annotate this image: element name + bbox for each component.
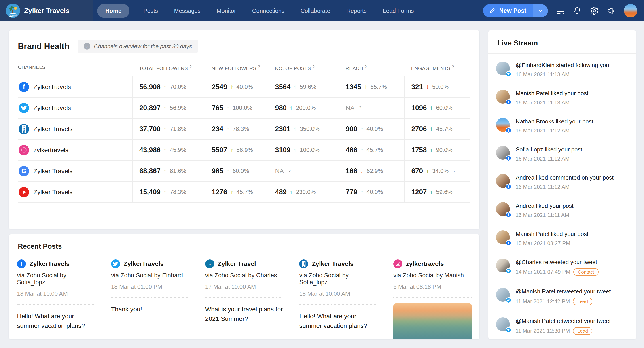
stream-avatar-wrap: f (496, 174, 510, 188)
network-badge (506, 327, 512, 333)
nav-item-lead-forms[interactable]: Lead Forms (380, 4, 416, 18)
live-stream-item[interactable]: fManish Patel liked your post15 Mar 2021… (496, 224, 628, 252)
metric-value: 900 (346, 125, 357, 133)
metric-cell: 985↑60.0% (205, 160, 268, 182)
stream-text: Manish Patel liked your post (516, 230, 588, 238)
recent-post-card[interactable]: zylkertravelsvia Zoho Social by Manish5 … (385, 258, 480, 339)
crm-badge: Contact (573, 268, 598, 276)
stream-avatar-wrap (496, 288, 510, 302)
metric-cell: 3109↑100.0% (268, 140, 339, 160)
recent-post-card[interactable]: ZylkerTravelsvia Zoho Social by Einhard1… (103, 258, 197, 339)
stream-item-body: Manish Patel liked your post15 Mar 2021 … (516, 230, 588, 246)
help-icon[interactable]: ? (452, 64, 454, 69)
crm-badge: Lead (573, 327, 592, 335)
notifications-bell-icon[interactable] (573, 6, 582, 15)
channel-cell[interactable]: Zylker Travels (18, 182, 132, 202)
post-via: via Zoho Social by Charles (205, 272, 284, 279)
channel-cell[interactable]: fZylkerTravels (18, 76, 132, 97)
trend-up-icon: ↑ (164, 84, 167, 90)
table-body: fZylkerTravels56,908↑70.0%2549↑40.0%3564… (18, 76, 470, 203)
nav-item-connections[interactable]: Connections (250, 4, 287, 18)
brand-health-subtitle: Channels overview for the past 30 days (94, 43, 192, 50)
metric-change: 100.0% (300, 146, 320, 154)
stream-avatar-wrap (496, 62, 510, 75)
nav-item-home[interactable]: Home (97, 4, 130, 18)
stream-text: Andrea liked commented on your post (516, 174, 614, 182)
twitter-icon (506, 298, 512, 303)
channel-cell[interactable]: zylkertravels (18, 140, 132, 160)
trend-up-icon: ↑ (430, 104, 433, 112)
nav-item-reports[interactable]: Reports (344, 4, 369, 18)
help-icon[interactable]: ? (258, 64, 260, 69)
facebook-icon: f (506, 99, 512, 105)
help-icon[interactable]: ? (359, 106, 361, 110)
live-stream-item[interactable]: fManish Patel liked your post16 Mar 2021… (496, 84, 628, 112)
trend-up-icon: ↑ (164, 168, 167, 174)
new-post-dropdown-button[interactable] (533, 4, 548, 17)
metric-value: 670 (411, 167, 423, 175)
live-stream-item[interactable]: fAndrea liked your post16 Mar 2021 11:11… (496, 196, 628, 224)
post-via: via Zoho Social by Einhard (111, 272, 190, 279)
channel-account: zylkertravels (34, 146, 68, 154)
metric-value: 779 (346, 188, 357, 196)
recent-post-card[interactable]: Zylker Travelsvia Zoho Social by Sofia_l… (291, 258, 385, 339)
metric-value: 2706 (411, 125, 427, 133)
help-icon[interactable]: ? (364, 64, 367, 69)
metric-change: 60.0% (436, 104, 452, 112)
live-stream-item[interactable]: @Charles retweeted your tweet14 Mar 2021… (496, 252, 628, 282)
help-icon[interactable]: ? (288, 169, 291, 174)
new-post-button[interactable]: New Post (483, 4, 533, 17)
nav-item-collaborate[interactable]: Collaborate (298, 4, 332, 18)
live-stream-item[interactable]: @EinhardKlein started following you16 Ma… (496, 56, 628, 84)
network-badge: f (506, 99, 512, 105)
user-avatar[interactable] (624, 4, 637, 18)
info-icon: i (84, 43, 90, 50)
recent-post-card[interactable]: fZylkerTravelsvia Zoho Social by Sofia_l… (9, 258, 103, 339)
trend-up-icon: ↑ (294, 126, 297, 132)
facebook-icon: f (506, 128, 512, 133)
table-header-row: CHANNELSTOTAL FOLLOWERS?NEW FOLLOWERS?NO… (18, 60, 470, 76)
metric-cell: 1345↑65.7% (339, 76, 404, 97)
post-via: via Zoho Social by Sofia_lopz (17, 272, 95, 286)
live-stream-list[interactable]: @EinhardKlein started following you16 Ma… (488, 54, 636, 339)
announcements-megaphone-icon[interactable] (607, 6, 616, 15)
post-date: 5 Mar at 08:18 PM (393, 283, 472, 290)
help-icon[interactable]: ? (312, 64, 315, 69)
live-stream-item[interactable]: fAndrea liked commented on your post16 M… (496, 168, 628, 196)
metric-value: 37,700 (139, 125, 160, 133)
column-header: NEW FOLLOWERS? (205, 60, 268, 76)
live-stream-item[interactable]: fNathan Brooks liked your post16 Mar 202… (496, 112, 628, 140)
trend-down-icon: ↓ (426, 84, 429, 90)
trend-up-icon: ↑ (360, 146, 364, 154)
table-row: ZylkerTravels20,897↑56.9%765↑100.0%980↑2… (18, 98, 470, 118)
metric-value: 980 (275, 104, 287, 112)
channel-cell[interactable]: Zylker Travels (18, 118, 132, 139)
channel-cell[interactable]: GZylker Travels (18, 160, 132, 182)
help-icon[interactable]: ? (453, 169, 456, 174)
live-stream-item[interactable]: @Manish Patel retweeted your tweet11 Mar… (496, 282, 628, 311)
live-stream-item[interactable]: fSofia Lopz liked your post16 Mar 2021 1… (496, 140, 628, 168)
metric-change: 59.6% (436, 188, 452, 196)
trend-up-icon: ↑ (290, 104, 293, 112)
metric-change: 230.0% (296, 188, 316, 196)
linkedin-company-icon (299, 260, 308, 268)
column-header-label: ENGAGEMENTS (411, 66, 450, 71)
brand-logo[interactable]: Zylker (6, 4, 20, 18)
table-row: zylkertravels43,986↑45.9%5507↑56.9%3109↑… (18, 140, 470, 160)
metric-change: 40.0% (236, 84, 253, 90)
help-icon[interactable]: ? (189, 64, 192, 69)
post-date: 18 Mar at 10:00 AM (299, 290, 378, 297)
post-account: zylkertravels (406, 260, 444, 268)
settings-gear-icon[interactable] (590, 6, 599, 15)
channel-cell[interactable]: ZylkerTravels (18, 98, 132, 118)
metric-cell: 1207↑59.6% (404, 182, 470, 202)
stream-item-body: Sofia Lopz liked your post16 Mar 2021 11… (516, 146, 582, 162)
nav-item-messages[interactable]: Messages (172, 4, 203, 18)
recent-post-card[interactable]: inZylker Travelvia Zoho Social by Charle… (197, 258, 291, 339)
summary-icon[interactable] (556, 6, 565, 15)
nav-item-posts[interactable]: Posts (141, 4, 160, 18)
metric-cell: 2301↑350.0% (268, 118, 339, 139)
stream-meta: 16 Mar 2021 11:12 AM (516, 128, 593, 134)
live-stream-item[interactable]: @Manish Patel retweeted your tweet11 Mar… (496, 311, 628, 339)
nav-item-monitor[interactable]: Monitor (214, 4, 238, 18)
